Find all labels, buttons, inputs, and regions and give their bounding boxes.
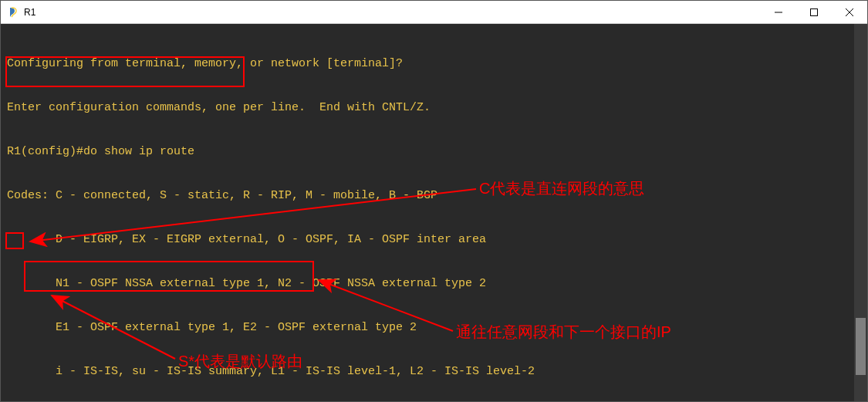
close-button[interactable] [832,1,867,24]
app-window: R1 Configuring from terminal, memory, or… [0,0,868,402]
scrollbar-thumb[interactable] [856,318,866,374]
titlebar[interactable]: R1 [1,1,867,24]
output-line: i - IS-IS, su - IS-IS summary, L1 - IS-I… [7,364,854,379]
terminal-output[interactable]: Configuring from terminal, memory, or ne… [1,24,854,401]
svg-rect-1 [811,8,818,15]
scrollbar[interactable] [854,24,867,401]
output-line: N1 - OSPF NSSA external type 1, N2 - OSP… [7,276,854,291]
terminal-area: Configuring from terminal, memory, or ne… [1,24,867,401]
output-line: E1 - OSPF external type 1, E2 - OSPF ext… [7,320,854,335]
output-line: Codes: C - connected, S - static, R - RI… [7,188,854,203]
maximize-button[interactable] [796,1,832,24]
app-icon [7,6,19,19]
window-title: R1 [24,7,35,18]
output-line: Configuring from terminal, memory, or ne… [7,56,854,71]
minimize-button[interactable] [761,1,796,24]
output-line: D - EIGRP, EX - EIGRP external, O - OSPF… [7,232,854,247]
output-line: R1(config)#do show ip route [7,144,854,159]
output-line: Enter configuration commands, one per li… [7,100,854,115]
